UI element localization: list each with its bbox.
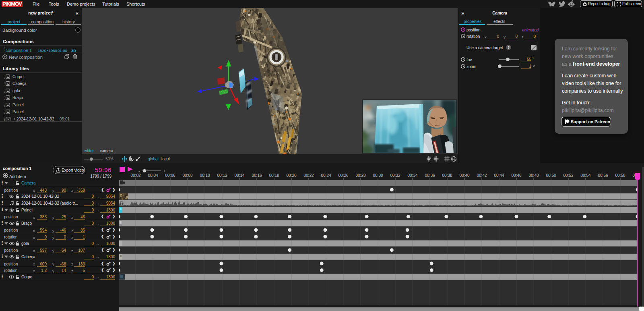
- svg-text:00:22: 00:22: [303, 173, 314, 178]
- svg-text:00:26: 00:26: [338, 173, 348, 178]
- svg-text:00:28: 00:28: [355, 173, 365, 178]
- svg-text:00:30: 00:30: [373, 173, 383, 178]
- svg-text:00:48: 00:48: [528, 173, 539, 178]
- svg-text:00:34: 00:34: [407, 173, 417, 178]
- svg-text:00:04: 00:04: [148, 173, 158, 178]
- svg-text:00:32: 00:32: [390, 173, 400, 178]
- svg-text:00:52: 00:52: [563, 173, 573, 178]
- svg-text:00:24: 00:24: [321, 173, 331, 178]
- svg-text:00:10: 00:10: [200, 173, 210, 178]
- svg-text:00:02: 00:02: [130, 173, 140, 178]
- svg-text:00:14: 00:14: [234, 173, 244, 178]
- svg-text:00:18: 00:18: [269, 173, 279, 178]
- svg-text:00:54: 00:54: [580, 173, 590, 178]
- svg-text:00:50: 00:50: [546, 173, 556, 178]
- svg-text:00:08: 00:08: [182, 173, 192, 178]
- svg-text:00:42: 00:42: [477, 173, 487, 178]
- svg-text:00:20: 00:20: [286, 173, 296, 178]
- svg-text:00:56: 00:56: [598, 173, 608, 178]
- svg-text:00:36: 00:36: [425, 173, 435, 178]
- svg-text:00:16: 00:16: [252, 173, 262, 178]
- svg-text:00:58: 00:58: [615, 173, 625, 178]
- svg-text:00:06: 00:06: [165, 173, 175, 178]
- svg-text:00:12: 00:12: [217, 173, 227, 178]
- svg-text:00:40: 00:40: [459, 173, 469, 178]
- svg-text:00:44: 00:44: [494, 173, 504, 178]
- svg-text:00:38: 00:38: [442, 173, 452, 178]
- svg-text:00:46: 00:46: [511, 173, 521, 178]
